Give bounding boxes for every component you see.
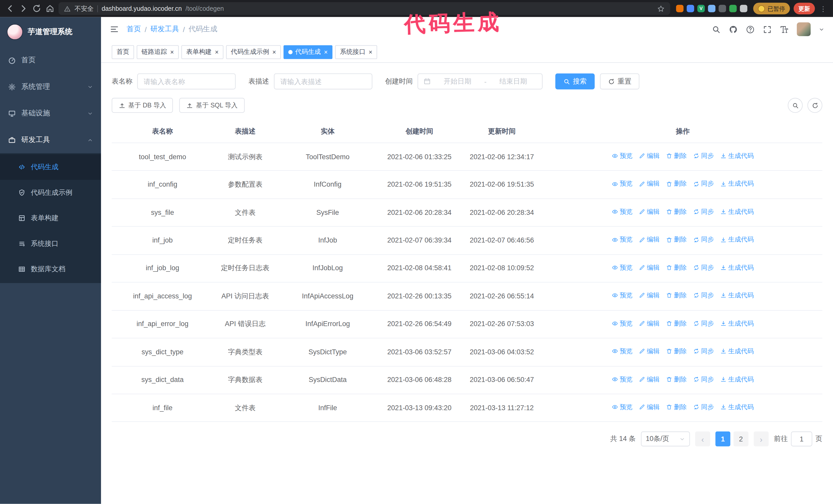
delete-action[interactable]: 删除: [666, 291, 687, 301]
sidebar-subitem-1[interactable]: 代码生成示例: [0, 180, 101, 205]
browser-menu-icon[interactable]: ⋮: [819, 5, 828, 13]
github-icon[interactable]: [729, 25, 738, 34]
sync-action[interactable]: 同步: [693, 291, 714, 301]
preview-action[interactable]: 预览: [612, 374, 633, 384]
page-button-2[interactable]: 2: [734, 432, 748, 447]
edit-action[interactable]: 编辑: [639, 207, 660, 217]
delete-action[interactable]: 删除: [666, 263, 687, 273]
delete-action[interactable]: 删除: [666, 235, 687, 245]
sidebar-subitem-3[interactable]: 系统接口: [0, 231, 101, 257]
breadcrumb-item-0[interactable]: 首页: [127, 24, 141, 34]
edit-action[interactable]: 编辑: [639, 235, 660, 245]
preview-action[interactable]: 预览: [612, 235, 633, 245]
generate-code-action[interactable]: 生成代码: [720, 207, 754, 217]
browser-back-icon[interactable]: [5, 4, 15, 13]
edit-action[interactable]: 编辑: [639, 291, 660, 301]
next-page-button[interactable]: ›: [754, 432, 769, 447]
preview-action[interactable]: 预览: [612, 318, 633, 329]
generate-code-action[interactable]: 生成代码: [720, 291, 754, 301]
delete-action[interactable]: 删除: [666, 318, 687, 329]
tab-1[interactable]: 链路追踪×: [137, 45, 178, 59]
sidebar-item-2[interactable]: 基础设施: [0, 100, 101, 127]
edit-action[interactable]: 编辑: [639, 374, 660, 384]
sync-action[interactable]: 同步: [693, 235, 714, 245]
generate-code-action[interactable]: 生成代码: [720, 151, 754, 161]
tab-4[interactable]: 代码生成×: [284, 45, 332, 59]
edit-action[interactable]: 编辑: [639, 179, 660, 189]
app-logo[interactable]: 芋道管理系统: [0, 17, 101, 47]
sync-action[interactable]: 同步: [693, 374, 714, 384]
sync-action[interactable]: 同步: [693, 207, 714, 217]
sync-action[interactable]: 同步: [693, 151, 714, 161]
preview-action[interactable]: 预览: [612, 179, 633, 189]
browser-home-icon[interactable]: [45, 4, 54, 13]
sync-action[interactable]: 同步: [693, 346, 714, 356]
toggle-search-button[interactable]: [788, 98, 803, 113]
collapse-sidebar-icon[interactable]: [110, 24, 119, 34]
delete-action[interactable]: 删除: [666, 207, 687, 217]
delete-action[interactable]: 删除: [666, 374, 687, 384]
browser-reload-icon[interactable]: [32, 4, 42, 13]
import-db-button[interactable]: 基于 DB 导入: [112, 98, 173, 113]
delete-action[interactable]: 删除: [666, 346, 687, 356]
sidebar-item-0[interactable]: 首页: [0, 47, 101, 74]
delete-action[interactable]: 删除: [666, 151, 687, 161]
generate-code-action[interactable]: 生成代码: [720, 374, 754, 384]
user-avatar[interactable]: [797, 22, 811, 36]
address-bar[interactable]: 不安全 dashboard.yudao.iocoder.cn/tool/code…: [58, 2, 670, 15]
page-button-1[interactable]: 1: [715, 432, 730, 447]
bookmark-star-icon[interactable]: [657, 5, 665, 13]
preview-action[interactable]: 预览: [612, 291, 633, 301]
chevron-down-icon[interactable]: [819, 26, 825, 32]
preview-action[interactable]: 预览: [612, 346, 633, 356]
preview-action[interactable]: 预览: [612, 402, 633, 412]
sync-action[interactable]: 同步: [693, 263, 714, 273]
paused-badge[interactable]: 已暂停: [753, 3, 790, 14]
tab-0[interactable]: 首页: [112, 45, 134, 59]
search-icon[interactable]: [712, 25, 721, 34]
goto-page-input[interactable]: [791, 432, 812, 447]
puzzle-extension-icon[interactable]: [740, 5, 747, 12]
reset-button[interactable]: 重置: [600, 73, 640, 89]
delete-action[interactable]: 删除: [666, 402, 687, 412]
breadcrumb-item-1[interactable]: 研发工具: [150, 24, 179, 34]
page-size-select[interactable]: 10条/页: [641, 432, 690, 447]
people-extension-icon[interactable]: [708, 5, 715, 12]
search-button[interactable]: 搜索: [555, 73, 595, 89]
fullscreen-icon[interactable]: [763, 25, 772, 34]
tab-2[interactable]: 表单构建×: [182, 45, 223, 59]
create-time-range-picker[interactable]: 开始日期 - 结束日期: [418, 73, 543, 89]
refresh-table-button[interactable]: [807, 98, 822, 113]
dark-extension-icon[interactable]: [719, 5, 726, 12]
generate-code-action[interactable]: 生成代码: [720, 263, 754, 273]
close-tab-icon[interactable]: ×: [170, 49, 174, 55]
green-v-extension-icon[interactable]: V: [697, 5, 705, 12]
close-tab-icon[interactable]: ×: [214, 49, 219, 55]
sidebar-subitem-0[interactable]: 代码生成: [0, 154, 101, 180]
sidebar-subitem-4[interactable]: 数据库文档: [0, 256, 101, 282]
generate-code-action[interactable]: 生成代码: [720, 235, 754, 245]
sync-action[interactable]: 同步: [693, 318, 714, 329]
preview-action[interactable]: 预览: [612, 207, 633, 217]
prev-page-button[interactable]: ‹: [695, 432, 710, 447]
edit-action[interactable]: 编辑: [639, 346, 660, 356]
sidebar-subitem-2[interactable]: 表单构建: [0, 205, 101, 231]
sidebar-item-1[interactable]: 系统管理: [0, 73, 101, 100]
blue-extension-icon[interactable]: [687, 5, 694, 12]
docs-question-icon[interactable]: [746, 25, 755, 34]
edit-action[interactable]: 编辑: [639, 151, 660, 161]
edit-action[interactable]: 编辑: [639, 402, 660, 412]
update-button[interactable]: 更新: [793, 3, 815, 14]
sidebar-item-3[interactable]: 研发工具: [0, 127, 101, 153]
edit-action[interactable]: 编辑: [639, 263, 660, 273]
preview-action[interactable]: 预览: [612, 151, 633, 161]
generate-code-action[interactable]: 生成代码: [720, 346, 754, 356]
generate-code-action[interactable]: 生成代码: [720, 402, 754, 412]
fox-extension-icon[interactable]: [676, 5, 684, 12]
generate-code-action[interactable]: 生成代码: [720, 318, 754, 329]
close-tab-icon[interactable]: ×: [324, 49, 328, 55]
tab-5[interactable]: 系统接口×: [335, 45, 377, 59]
close-tab-icon[interactable]: ×: [368, 49, 373, 55]
import-sql-button[interactable]: 基于 SQL 导入: [180, 98, 244, 113]
sync-action[interactable]: 同步: [693, 402, 714, 412]
